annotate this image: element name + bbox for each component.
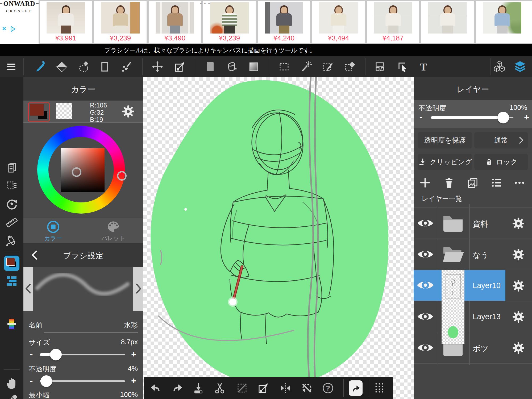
layer-row[interactable]: ボツ (414, 332, 532, 364)
select-cursor-icon[interactable] (396, 60, 409, 73)
tab-palette[interactable]: パレット (92, 220, 135, 242)
hue-indicator[interactable] (117, 171, 127, 181)
brush-next-button[interactable] (133, 267, 143, 311)
select-pen-tool-icon[interactable] (322, 60, 335, 73)
shape-tool-icon[interactable] (98, 60, 111, 73)
transparent-color-swatch[interactable] (56, 103, 72, 119)
undo-button[interactable] (149, 382, 162, 394)
add-layer-button[interactable] (419, 176, 431, 189)
saturation-value-square[interactable] (61, 148, 105, 192)
ad-logo-card[interactable]: ONWARD CROSSET × (0, 0, 39, 44)
layout-panels-icon[interactable] (374, 60, 387, 73)
paint-tube-icon[interactable] (5, 234, 18, 247)
visibility-eye-icon[interactable] (417, 311, 434, 322)
opacity-slider-thumb[interactable] (40, 375, 52, 387)
ad-product-card[interactable]: ¥3,494 (312, 1, 365, 43)
ad-product-card[interactable]: ¥3,239 (94, 1, 147, 43)
opacity-minus-button[interactable]: - (30, 376, 33, 386)
layer-row[interactable]: 資料 (414, 207, 532, 239)
layer-opacity-minus[interactable]: - (419, 112, 422, 122)
layer-settings-gear-icon[interactable] (512, 217, 525, 230)
duplicate-layer-button[interactable] (466, 176, 479, 189)
ad-close-button[interactable]: × (2, 24, 6, 33)
redo-button[interactable] (171, 382, 184, 394)
opacity-slider-track[interactable] (40, 380, 125, 382)
ad-product-card[interactable]: ¥3,239 (203, 1, 256, 43)
layer-settings-gear-icon[interactable] (512, 279, 525, 292)
visibility-eye-icon[interactable] (417, 279, 434, 292)
text-tool-icon[interactable]: T (417, 60, 430, 73)
opacity-plus-button[interactable]: + (131, 376, 136, 386)
active-color-swatch[interactable] (4, 256, 19, 271)
scatter-pen-tool-icon[interactable] (120, 60, 133, 73)
drawing-canvas[interactable] (143, 77, 414, 399)
selection-list-icon[interactable] (5, 179, 18, 192)
pages-icon[interactable] (5, 161, 18, 174)
ad-product-card[interactable] (421, 1, 474, 43)
help-button[interactable]: ? (322, 382, 334, 394)
ad-product-card[interactable] (476, 1, 532, 43)
protect-alpha-button[interactable]: 透明度を保護 (418, 132, 472, 148)
eraser-tool-icon[interactable] (55, 60, 68, 73)
fill-swatch-icon[interactable] (204, 60, 217, 73)
sv-indicator[interactable] (72, 167, 81, 177)
size-minus-button[interactable]: - (30, 349, 33, 359)
clipping-button[interactable]: クリッピング (418, 154, 472, 170)
layer-settings-gear-icon[interactable] (512, 310, 525, 323)
tab-color[interactable]: カラー (32, 220, 74, 242)
adchoices-icon[interactable] (10, 26, 16, 32)
bucket-tool-icon[interactable] (226, 60, 238, 73)
layer-opacity-track[interactable] (431, 117, 513, 118)
rotate-canvas-icon[interactable] (5, 197, 18, 210)
visibility-eye-icon[interactable] (417, 217, 434, 229)
hand-tool-icon[interactable] (5, 377, 18, 389)
share-button[interactable] (349, 380, 363, 396)
delete-layer-button[interactable] (443, 176, 455, 189)
lock-button[interactable]: ロック (474, 154, 528, 170)
layer-settings-gear-icon[interactable] (512, 248, 525, 261)
material-3d-icon[interactable] (493, 60, 506, 73)
save-button[interactable] (192, 382, 205, 394)
brush-tool-icon[interactable] (34, 60, 46, 73)
visibility-eye-icon[interactable] (417, 342, 434, 354)
size-slider-track[interactable] (40, 354, 125, 355)
menu-icon[interactable] (5, 60, 18, 73)
select-eraser-tool-icon[interactable] (344, 60, 356, 73)
magic-wand-tool-icon[interactable] (300, 60, 312, 73)
layers-panel-icon[interactable] (514, 60, 526, 73)
brush-list-icon[interactable] (5, 274, 18, 287)
drag-handle-icon[interactable] (373, 382, 386, 394)
more-options-button[interactable] (513, 176, 526, 189)
current-color-swatch[interactable] (28, 102, 50, 122)
layer-opacity-thumb[interactable] (497, 112, 509, 123)
rotate-disabled-button[interactable] (300, 382, 313, 394)
lasso-eraser-tool-icon[interactable] (78, 60, 90, 73)
flip-horizontal-button[interactable] (279, 382, 292, 394)
size-slider-thumb[interactable] (50, 349, 62, 360)
move-tool-icon[interactable] (151, 60, 164, 73)
layer-row[interactable]: なう (414, 239, 532, 270)
transform-tool-icon[interactable] (173, 60, 186, 73)
brush-stroke-preview[interactable] (34, 269, 132, 309)
size-plus-button[interactable]: + (131, 349, 136, 359)
cut-button[interactable] (213, 382, 226, 394)
visibility-eye-icon[interactable] (417, 248, 434, 260)
gradient-palette-icon[interactable] (5, 318, 18, 330)
ad-product-card[interactable]: ¥3,991 (40, 1, 92, 43)
ad-product-card[interactable]: ¥4,187 (367, 1, 419, 43)
layer-list-view-button[interactable] (491, 176, 503, 189)
blend-mode-button[interactable]: 通常 (474, 132, 528, 148)
select-tool-icon[interactable] (278, 60, 290, 73)
layer-opacity-plus[interactable]: + (524, 112, 529, 122)
ruler-icon[interactable] (5, 216, 18, 229)
layer-settings-gear-icon[interactable] (512, 341, 525, 355)
deselect-button[interactable] (236, 382, 248, 394)
ad-product-card[interactable]: ¥3,490 (149, 1, 201, 43)
color-settings-gear-icon[interactable] (121, 105, 135, 118)
layer-row[interactable]: Layer13 (414, 301, 532, 332)
gradient-tool-icon[interactable] (247, 60, 260, 73)
brush-prev-button[interactable] (23, 267, 33, 311)
transform-button[interactable] (257, 382, 270, 394)
eyedropper-tool-icon[interactable] (5, 394, 18, 399)
ad-product-card[interactable]: ¥4,240 (258, 1, 310, 43)
